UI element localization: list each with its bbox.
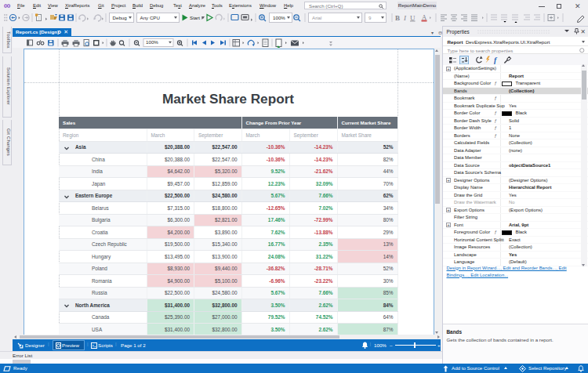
svg-text:A: A [422,13,427,21]
svg-text:U: U [410,14,416,22]
svg-text:100%: 100% [146,39,158,45]
svg-text:f: f [494,56,498,64]
svg-text:I: I [403,14,407,22]
svg-text:B: B [395,14,400,22]
